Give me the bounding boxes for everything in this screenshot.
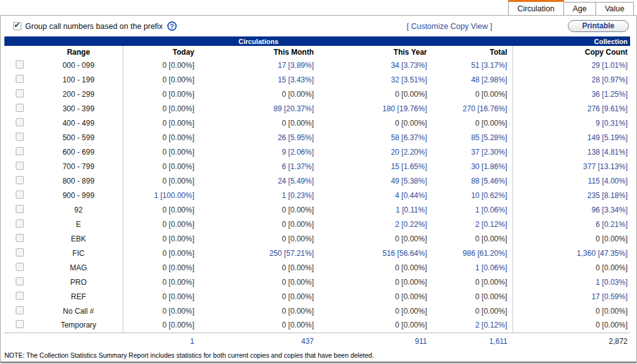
- this-month-value[interactable]: 26 [5.95%]: [199, 130, 319, 145]
- this-year-value[interactable]: 58 [6.37%]: [319, 130, 432, 145]
- row-checkbox[interactable]: [16, 248, 24, 256]
- group-prefix-toggle[interactable]: Group call numbers based on the prefix: [13, 22, 163, 31]
- total-value[interactable]: 51 [3.17%]: [432, 58, 512, 72]
- range-label[interactable]: 200 - 299: [35, 87, 123, 101]
- copy-count-value[interactable]: 276 [9.61%]: [512, 101, 630, 116]
- table-row: No Call #0 [0.00%]0 [0.00%]0 [0.00%]0 [0…: [4, 304, 630, 318]
- this-month-value[interactable]: 24 [5.49%]: [199, 174, 319, 188]
- row-checkbox[interactable]: [16, 162, 24, 170]
- today-value: 0 [0.00%]: [123, 116, 199, 130]
- total-value[interactable]: 48 [2.98%]: [432, 72, 512, 87]
- this-month-value[interactable]: 9 [2.06%]: [199, 145, 319, 159]
- row-checkbox[interactable]: [16, 219, 24, 228]
- this-year-value[interactable]: 15 [1.65%]: [319, 159, 432, 174]
- total-value[interactable]: 10 [0.62%]: [432, 188, 512, 202]
- printable-button[interactable]: Printable: [568, 20, 629, 32]
- row-checkbox[interactable]: [16, 306, 24, 314]
- range-label[interactable]: 100 - 199: [35, 72, 123, 87]
- this-year-value[interactable]: 32 [3.51%]: [319, 72, 432, 87]
- copy-count-value[interactable]: 235 [8.18%]: [512, 188, 630, 202]
- help-icon[interactable]: ?: [167, 21, 177, 31]
- customize-copy-view-link[interactable]: [ Customize Copy View ]: [407, 22, 492, 31]
- copy-count-value[interactable]: 28 [0.97%]: [512, 72, 630, 87]
- row-checkbox[interactable]: [16, 89, 24, 97]
- this-month-value[interactable]: 6 [1.37%]: [199, 159, 319, 174]
- today-value: 0 [0.00%]: [123, 275, 199, 289]
- this-year-value[interactable]: 20 [2.20%]: [319, 145, 432, 159]
- copy-count-value[interactable]: 138 [4.81%]: [512, 145, 630, 159]
- this-year-value[interactable]: 1 [0.11%]: [319, 202, 432, 217]
- statistics-table: Circulations Collection Range Today This…: [4, 36, 630, 350]
- range-label[interactable]: 500 - 599: [35, 130, 123, 145]
- this-year-total[interactable]: 911: [319, 333, 432, 350]
- total-value[interactable]: 37 [2.30%]: [432, 145, 512, 159]
- this-month-value[interactable]: 15 [3.43%]: [199, 72, 319, 87]
- row-checkbox[interactable]: [16, 176, 24, 184]
- this-year-value[interactable]: 516 [56.64%]: [319, 246, 432, 260]
- today-value[interactable]: 1 [100.00%]: [123, 188, 199, 202]
- today-value: 0 [0.00%]: [123, 174, 199, 188]
- copy-count-value[interactable]: 149 [5.19%]: [512, 130, 630, 145]
- copy-count-column-header: Copy Count: [512, 46, 630, 58]
- copy-count-value[interactable]: 17 [0.59%]: [512, 289, 630, 304]
- total-value[interactable]: 85 [5.28%]: [432, 130, 512, 145]
- row-checkbox[interactable]: [16, 133, 24, 141]
- copy-count-value[interactable]: 96 [3.34%]: [512, 202, 630, 217]
- range-label[interactable]: 800 - 899: [35, 174, 123, 188]
- total-value[interactable]: 986 [61.20%]: [432, 246, 512, 260]
- copy-count-value[interactable]: 36 [1.25%]: [512, 87, 630, 101]
- row-checkbox[interactable]: [16, 147, 24, 155]
- tab-circulation[interactable]: Circulation: [508, 0, 564, 15]
- this-year-value[interactable]: 180 [19.76%]: [319, 101, 432, 116]
- total-value[interactable]: 1 [0.06%]: [432, 260, 512, 275]
- this-month-value[interactable]: 17 [3.89%]: [199, 58, 319, 72]
- range-label[interactable]: 600 - 699: [35, 145, 123, 159]
- row-checkbox[interactable]: [16, 75, 24, 83]
- this-month-value[interactable]: 250 [57.21%]: [199, 246, 319, 260]
- copy-count-value[interactable]: 6 [0.21%]: [512, 217, 630, 231]
- today-total[interactable]: 1: [123, 333, 199, 350]
- this-year-value[interactable]: 34 [3.73%]: [319, 58, 432, 72]
- copy-count-value[interactable]: 9 [0.31%]: [512, 116, 630, 130]
- total-value[interactable]: 1 [0.06%]: [432, 202, 512, 217]
- range-label[interactable]: 300 - 399: [35, 101, 123, 116]
- row-checkbox[interactable]: [16, 60, 24, 69]
- copy-count-value[interactable]: 377 [13.13%]: [512, 159, 630, 174]
- row-checkbox[interactable]: [16, 104, 24, 112]
- range-label[interactable]: 900 - 999: [35, 188, 123, 202]
- group-prefix-checkbox[interactable]: [13, 22, 21, 30]
- total-value[interactable]: 30 [1.86%]: [432, 159, 512, 174]
- copy-count-value[interactable]: 115 [4.00%]: [512, 174, 630, 188]
- this-year-value[interactable]: 2 [0.22%]: [319, 217, 432, 231]
- range-label[interactable]: 700 - 799: [35, 159, 123, 174]
- row-checkbox[interactable]: [16, 292, 24, 300]
- this-month-value[interactable]: 89 [20.37%]: [199, 101, 319, 116]
- this-month-column-header: This Month: [199, 46, 319, 58]
- total-value[interactable]: 88 [5.46%]: [432, 174, 512, 188]
- row-checkbox[interactable]: [16, 320, 24, 328]
- row-checkbox[interactable]: [16, 205, 24, 213]
- row-checkbox[interactable]: [16, 190, 24, 199]
- tab-age[interactable]: Age: [563, 2, 596, 15]
- tab-value[interactable]: Value: [595, 2, 634, 15]
- copy-count-value[interactable]: 29 [1.01%]: [512, 58, 630, 72]
- this-year-value[interactable]: 4 [0.44%]: [319, 188, 432, 202]
- copy-count-value[interactable]: 1,360 [47.35%]: [512, 246, 630, 260]
- this-month-total[interactable]: 437: [199, 333, 319, 350]
- total-value[interactable]: 270 [16.76%]: [432, 101, 512, 116]
- range-label[interactable]: 400 - 499: [35, 116, 123, 130]
- range-label[interactable]: 000 - 099: [35, 58, 123, 72]
- today-value: 0 [0.00%]: [123, 217, 199, 231]
- row-checkbox[interactable]: [16, 118, 24, 126]
- total-value[interactable]: 2 [0.12%]: [432, 318, 512, 333]
- copy-count-value[interactable]: 1 [0.03%]: [512, 275, 630, 289]
- today-value: 0 [0.00%]: [123, 318, 199, 333]
- this-year-value[interactable]: 49 [5.38%]: [319, 174, 432, 188]
- row-checkbox[interactable]: [16, 277, 24, 285]
- row-checkbox-cell: [4, 202, 35, 217]
- grand-total[interactable]: 1,611: [432, 333, 512, 350]
- row-checkbox[interactable]: [16, 263, 24, 271]
- row-checkbox[interactable]: [16, 234, 24, 242]
- total-value[interactable]: 2 [0.12%]: [432, 217, 512, 231]
- this-month-value[interactable]: 1 [0.23%]: [199, 188, 319, 202]
